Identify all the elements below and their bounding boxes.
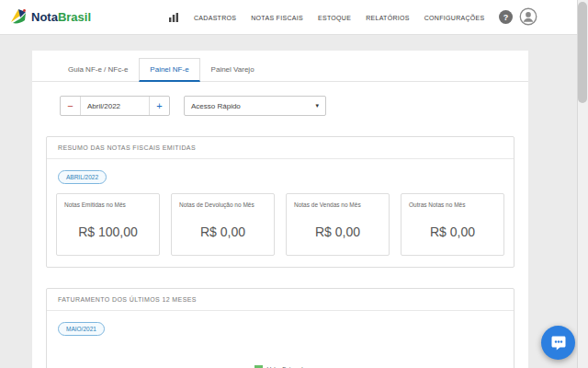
tab-painel-nfe[interactable]: Painel NF-e bbox=[139, 58, 199, 82]
summary-section-title: RESUMO DAS NOTAS FISCAIS EMITIDAS bbox=[47, 137, 514, 159]
help-button[interactable]: ? bbox=[499, 10, 513, 24]
chat-bubble-icon bbox=[550, 335, 567, 351]
logo-text-nota: Nota bbox=[31, 10, 58, 24]
chat-launcher-button[interactable] bbox=[541, 326, 575, 360]
stat-cards-row: Notas Emitidas no Mês R$ 100,00 Notas de… bbox=[56, 193, 504, 256]
vertical-scrollbar[interactable] bbox=[577, 0, 588, 368]
person-icon bbox=[519, 7, 537, 26]
summary-section: RESUMO DAS NOTAS FISCAIS EMITIDAS ABRIL/… bbox=[46, 136, 514, 268]
summary-month-badge: ABRIL/2022 bbox=[58, 170, 107, 184]
notabrasil-logo-icon bbox=[9, 7, 28, 26]
month-next-button[interactable]: + bbox=[149, 97, 169, 115]
tab-painel-varejo[interactable]: Painel Varejo bbox=[200, 58, 266, 81]
app-logo[interactable]: NotaBrasil bbox=[9, 7, 91, 26]
tab-guia-nfe[interactable]: Guia NF-e / NFc-e bbox=[57, 58, 139, 81]
menu-cadastros[interactable]: CADASTROS bbox=[194, 15, 236, 21]
stat-value: R$ 0,00 bbox=[409, 224, 496, 239]
user-avatar[interactable] bbox=[519, 7, 537, 26]
stat-label: Notas Emitidas no Mês bbox=[64, 201, 152, 208]
controls-row: − Abril/2022 + Acesso Rápido ▾ bbox=[60, 96, 528, 116]
month-prev-button[interactable]: − bbox=[61, 97, 81, 115]
billing-section: FATURAMENTO DOS ÚLTIMOS 12 MESES MAIO/20… bbox=[46, 288, 514, 368]
month-value: Abril/2022 bbox=[81, 97, 149, 115]
summary-section-body: ABRIL/2022 Notas Emitidas no Mês R$ 100,… bbox=[47, 159, 514, 267]
top-header: NotaBrasil CADASTROS NOTAS FISCAIS ESTOQ… bbox=[0, 0, 577, 35]
billing-section-title: FATURAMENTO DOS ÚLTIMOS 12 MESES bbox=[47, 289, 514, 311]
stat-card-outras: Outras Notas no Mês R$ 0,00 bbox=[401, 193, 504, 256]
menu-relatorios[interactable]: RELATÓRIOS bbox=[366, 15, 410, 21]
stat-card-devolucao: Notas de Devolução no Mês R$ 0,00 bbox=[171, 193, 275, 256]
menu-configuracoes[interactable]: CONFIGURAÇÕES bbox=[424, 15, 485, 21]
chevron-down-icon: ▾ bbox=[315, 102, 319, 109]
stat-label: Notas de Vendas no Mês bbox=[294, 201, 381, 208]
menu-dashboard[interactable] bbox=[168, 12, 179, 23]
quick-access-select[interactable]: Acesso Rápido ▾ bbox=[184, 96, 326, 116]
stat-card-emitidas: Notas Emitidas no Mês R$ 100,00 bbox=[56, 193, 160, 256]
main-panel: Guia NF-e / NFc-e Painel NF-e Painel Var… bbox=[32, 51, 528, 368]
menu-notas-fiscais[interactable]: NOTAS FISCAIS bbox=[251, 15, 303, 21]
menu-estoque[interactable]: ESTOQUE bbox=[318, 15, 351, 21]
stat-value: R$ 0,00 bbox=[294, 224, 381, 239]
bar-chart-icon bbox=[168, 12, 179, 23]
stat-label: Notas de Devolução no Mês bbox=[179, 201, 266, 208]
billing-section-body: MAIO/2021 Valor Faturado 4.500 bbox=[47, 311, 514, 368]
main-menu: CADASTROS NOTAS FISCAIS ESTOQUE RELATÓRI… bbox=[168, 0, 485, 35]
logo-text: NotaBrasil bbox=[31, 10, 91, 24]
stat-card-vendas: Notas de Vendas no Mês R$ 0,00 bbox=[286, 193, 390, 256]
month-stepper: − Abril/2022 + bbox=[60, 96, 170, 116]
scrollbar-thumb[interactable] bbox=[578, 2, 587, 103]
stat-label: Outras Notas no Mês bbox=[409, 201, 496, 208]
quick-access-value: Acesso Rápido bbox=[191, 102, 241, 110]
tab-bar: Guia NF-e / NFc-e Painel NF-e Painel Var… bbox=[32, 51, 528, 82]
billing-month-badge: MAIO/2021 bbox=[58, 322, 105, 336]
stat-value: R$ 0,00 bbox=[179, 224, 266, 239]
logo-text-brasil: Brasil bbox=[58, 10, 91, 24]
stat-value: R$ 100,00 bbox=[64, 224, 152, 239]
